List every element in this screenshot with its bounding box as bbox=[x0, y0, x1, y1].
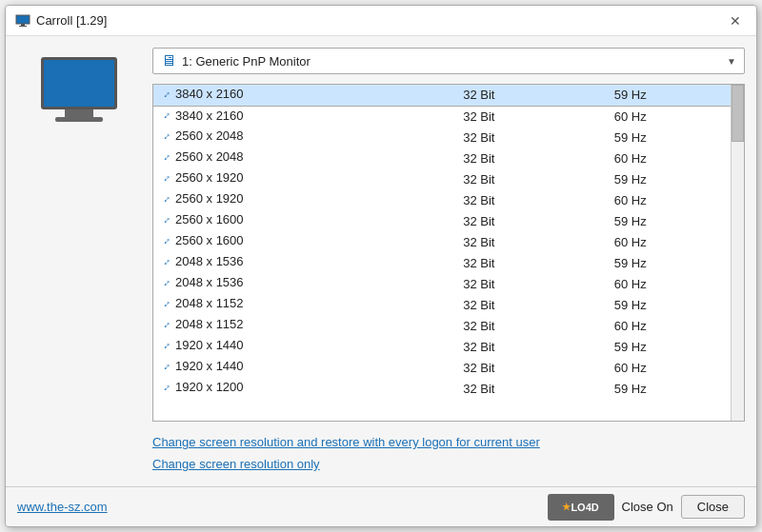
left-panel bbox=[17, 48, 141, 475]
bit-depth-cell: 32 Bit bbox=[455, 294, 607, 315]
bit-depth-cell: 32 Bit bbox=[455, 210, 607, 231]
resolution-table-container[interactable]: ↔ 3840 x 216032 Bit59 Hz↔ 3840 x 216032 … bbox=[152, 84, 745, 422]
chevron-down-icon: ▼ bbox=[727, 56, 736, 67]
bit-depth-cell: 32 Bit bbox=[455, 336, 607, 357]
website-link[interactable]: www.the-sz.com bbox=[17, 500, 108, 514]
resize-icon: ↔ bbox=[158, 337, 173, 352]
resize-icon: ↔ bbox=[158, 190, 173, 206]
resize-icon: ↔ bbox=[158, 379, 173, 394]
bit-depth-cell: 32 Bit bbox=[455, 315, 607, 336]
resize-icon: ↔ bbox=[158, 358, 173, 373]
right-panel: 🖥 1: Generic PnP Monitor ▼ ↔ 3840 x 2160… bbox=[152, 48, 745, 475]
table-row[interactable]: ↔ 2560 x 160032 Bit59 Hz bbox=[153, 210, 744, 231]
resolution-cell: ↔ 2560 x 1600 bbox=[153, 231, 455, 249]
refresh-rate-cell: 59 Hz bbox=[607, 294, 744, 315]
resolution-cell: ↔ 3840 x 2160 bbox=[153, 85, 455, 103]
refresh-rate-cell: 60 Hz bbox=[607, 106, 744, 127]
monitor-dropdown[interactable]: 🖥 1: Generic PnP Monitor ▼ bbox=[152, 48, 745, 74]
resize-icon: ↔ bbox=[158, 86, 173, 101]
close-on-label: Close On bbox=[622, 500, 673, 514]
bit-depth-cell: 32 Bit bbox=[455, 106, 607, 127]
refresh-rate-cell: 59 Hz bbox=[607, 378, 744, 399]
watermark: ★LO4D bbox=[548, 494, 614, 521]
footer: www.the-sz.com ★LO4D Close On Close bbox=[6, 486, 756, 526]
resolution-cell: ↔ 2560 x 1920 bbox=[153, 189, 455, 207]
change-only-link[interactable]: Change screen resolution only bbox=[152, 457, 745, 471]
bit-depth-cell: 32 Bit bbox=[455, 168, 607, 189]
table-row[interactable]: ↔ 2560 x 160032 Bit60 Hz bbox=[153, 231, 744, 252]
refresh-rate-cell: 60 Hz bbox=[607, 273, 744, 294]
resize-icon: ↔ bbox=[158, 274, 173, 289]
resolution-cell: ↔ 2048 x 1536 bbox=[153, 273, 455, 291]
resolution-cell: ↔ 2560 x 1600 bbox=[153, 210, 455, 228]
refresh-rate-cell: 59 Hz bbox=[607, 210, 744, 231]
footer-right: ★LO4D Close On Close bbox=[548, 494, 745, 521]
resolution-cell: ↔ 1920 x 1440 bbox=[153, 357, 455, 375]
resize-icon: ↔ bbox=[158, 211, 173, 227]
bit-depth-cell: 32 Bit bbox=[455, 189, 607, 210]
scrollbar-track[interactable] bbox=[731, 85, 744, 421]
close-button[interactable]: Close bbox=[681, 495, 745, 519]
table-row[interactable]: ↔ 2560 x 192032 Bit60 Hz bbox=[153, 189, 744, 210]
refresh-rate-cell: 60 Hz bbox=[607, 231, 744, 252]
table-row[interactable]: ↔ 2560 x 192032 Bit59 Hz bbox=[153, 168, 744, 189]
resize-icon: ↔ bbox=[158, 128, 173, 143]
refresh-rate-cell: 60 Hz bbox=[607, 357, 744, 378]
refresh-rate-cell: 59 Hz bbox=[607, 336, 744, 357]
table-row[interactable]: ↔ 2048 x 115232 Bit59 Hz bbox=[153, 294, 744, 315]
scrollbar-thumb[interactable] bbox=[732, 85, 744, 142]
bit-depth-cell: 32 Bit bbox=[455, 252, 607, 273]
title-bar: Carroll [1.29] ✕ bbox=[6, 6, 756, 36]
resize-icon: ↔ bbox=[158, 108, 173, 123]
links-area: Change screen resolution and restore wit… bbox=[152, 431, 745, 475]
refresh-rate-cell: 59 Hz bbox=[607, 252, 744, 273]
resolution-cell: ↔ 2048 x 1536 bbox=[153, 252, 455, 270]
refresh-rate-cell: 59 Hz bbox=[607, 168, 744, 189]
window-title: Carroll [1.29] bbox=[36, 13, 107, 28]
svg-rect-2 bbox=[19, 26, 27, 27]
table-row[interactable]: ↔ 2560 x 204832 Bit59 Hz bbox=[153, 127, 744, 148]
resolution-cell: ↔ 2048 x 1152 bbox=[153, 294, 455, 312]
change-and-restore-link[interactable]: Change screen resolution and restore wit… bbox=[152, 435, 745, 449]
content-area: 🖥 1: Generic PnP Monitor ▼ ↔ 3840 x 2160… bbox=[6, 36, 756, 486]
table-row[interactable]: ↔ 3840 x 216032 Bit59 Hz bbox=[153, 85, 744, 106]
bit-depth-cell: 32 Bit bbox=[455, 85, 607, 106]
table-row[interactable]: ↔ 1920 x 144032 Bit59 Hz bbox=[153, 336, 744, 357]
main-window: Carroll [1.29] ✕ 🖥 1: Generic PnP Monito… bbox=[5, 5, 757, 527]
resize-icon: ↔ bbox=[158, 295, 173, 310]
monitor-icon bbox=[41, 57, 117, 122]
window-close-button[interactable]: ✕ bbox=[724, 10, 747, 32]
resize-icon: ↔ bbox=[158, 169, 173, 185]
svg-rect-1 bbox=[21, 24, 25, 26]
monitor-dropdown-text: 1: Generic PnP Monitor bbox=[182, 54, 721, 69]
title-bar-left: Carroll [1.29] bbox=[15, 13, 107, 29]
bit-depth-cell: 32 Bit bbox=[455, 378, 607, 399]
resolution-cell: ↔ 2560 x 1920 bbox=[153, 168, 455, 187]
table-row[interactable]: ↔ 2048 x 153632 Bit59 Hz bbox=[153, 252, 744, 273]
monitor-base bbox=[55, 117, 103, 122]
bit-depth-cell: 32 Bit bbox=[455, 231, 607, 252]
table-row[interactable]: ↔ 2048 x 115232 Bit60 Hz bbox=[153, 315, 744, 336]
resolution-cell: ↔ 1920 x 1440 bbox=[153, 336, 455, 354]
table-row[interactable]: ↔ 1920 x 120032 Bit59 Hz bbox=[153, 378, 744, 399]
table-row[interactable]: ↔ 2048 x 153632 Bit60 Hz bbox=[153, 273, 744, 294]
table-row[interactable]: ↔ 2560 x 204832 Bit60 Hz bbox=[153, 148, 744, 168]
bit-depth-cell: 32 Bit bbox=[455, 148, 607, 168]
resize-icon: ↔ bbox=[158, 253, 173, 268]
monitor-dropdown-icon: 🖥 bbox=[161, 52, 176, 69]
app-icon bbox=[15, 13, 30, 29]
bit-depth-cell: 32 Bit bbox=[455, 127, 607, 148]
monitor-screen bbox=[41, 57, 117, 109]
table-row[interactable]: ↔ 3840 x 216032 Bit60 Hz bbox=[153, 106, 744, 127]
table-row[interactable]: ↔ 1920 x 144032 Bit60 Hz bbox=[153, 357, 744, 378]
bit-depth-cell: 32 Bit bbox=[455, 273, 607, 294]
refresh-rate-cell: 59 Hz bbox=[607, 85, 744, 106]
resolution-cell: ↔ 1920 x 1200 bbox=[153, 378, 455, 396]
resolution-cell: ↔ 3840 x 2160 bbox=[153, 107, 455, 125]
bit-depth-cell: 32 Bit bbox=[455, 357, 607, 378]
refresh-rate-cell: 60 Hz bbox=[607, 189, 744, 210]
refresh-rate-cell: 59 Hz bbox=[607, 127, 744, 148]
resolution-cell: ↔ 2560 x 2048 bbox=[153, 127, 455, 145]
svg-rect-0 bbox=[16, 15, 30, 24]
refresh-rate-cell: 60 Hz bbox=[607, 315, 744, 336]
